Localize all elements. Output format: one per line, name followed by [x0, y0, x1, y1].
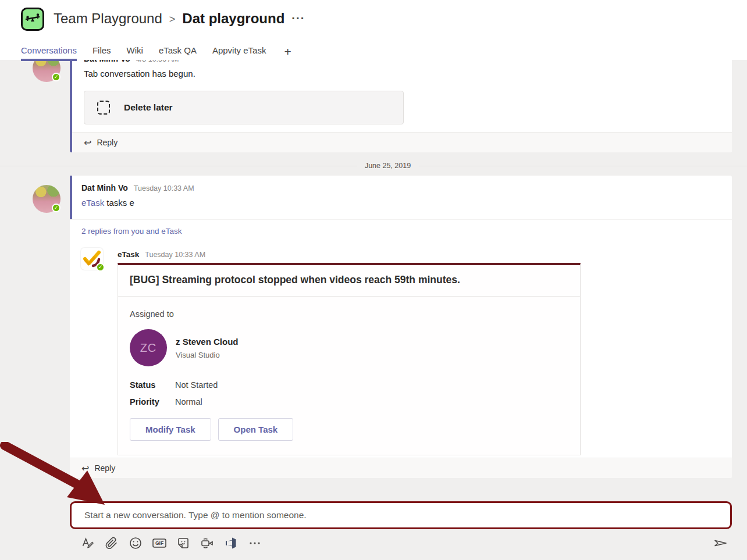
- reply-arrow-icon: ↩: [81, 463, 89, 474]
- presence-available-icon: ✓: [52, 204, 61, 212]
- message-text: tasks e: [104, 198, 134, 208]
- avatar-etask-bot[interactable]: ✓: [81, 248, 103, 270]
- modify-task-button[interactable]: Modify Task: [130, 418, 211, 441]
- replies-summary-link[interactable]: 2 replies from you and eTask: [81, 227, 182, 236]
- priority-label: Priority: [130, 397, 175, 406]
- unread-accent-bar: [70, 176, 72, 219]
- team-avatar[interactable]: [21, 8, 44, 31]
- avatar-dat-minh-vo[interactable]: ✓: [33, 185, 61, 213]
- add-tab-button[interactable]: +: [284, 45, 291, 59]
- etask-bug-card: [BUG] Streaming protocol stopped when vi…: [118, 263, 581, 455]
- format-icon[interactable]: [80, 536, 95, 551]
- sticker-icon[interactable]: [176, 536, 191, 551]
- status-label: Status: [130, 380, 175, 390]
- seesaw-icon: [24, 12, 41, 27]
- thread-separator: [70, 219, 732, 220]
- tab-files[interactable]: Files: [93, 45, 111, 61]
- more-options-icon[interactable]: [247, 536, 262, 551]
- compose-box: [70, 501, 732, 529]
- new-conversation-input[interactable]: [72, 503, 730, 527]
- message-thread-1: Dat Minh Vo 4/8 10:56 AM Tab conversatio…: [70, 51, 732, 152]
- channel-more-menu[interactable]: ···: [291, 12, 305, 25]
- tab-conversations[interactable]: Conversations: [21, 45, 77, 61]
- bot-timestamp: Tuesday 10:33 AM: [145, 251, 205, 259]
- attach-icon[interactable]: [104, 536, 119, 551]
- message-timestamp: Tuesday 10:33 AM: [134, 184, 194, 192]
- dashed-selection-icon: [97, 101, 110, 115]
- presence-available-icon: ✓: [96, 263, 105, 272]
- status-field: Status Not Started: [130, 380, 568, 390]
- attachment-label: Delete later: [124, 102, 173, 113]
- divider-line: [419, 166, 747, 166]
- svg-text:GIF: GIF: [155, 540, 163, 546]
- breadcrumb-separator: >: [169, 13, 176, 26]
- bot-author: eTask: [118, 250, 139, 259]
- reply-button[interactable]: ↩ Reply: [70, 458, 732, 478]
- priority-value: Normal: [175, 397, 202, 406]
- presence-available-icon: ✓: [52, 73, 61, 81]
- assignee-row: ZC z Steven Cloud Visual Studio: [130, 329, 568, 366]
- azure-devops-icon[interactable]: [223, 536, 239, 551]
- meet-now-icon[interactable]: [200, 536, 215, 551]
- assignee-name: z Steven Cloud: [176, 337, 239, 347]
- assigned-to-label: Assigned to: [130, 309, 568, 319]
- mention-link[interactable]: eTask: [81, 198, 104, 208]
- emoji-icon[interactable]: [128, 536, 143, 551]
- team-name[interactable]: Team Playground: [54, 10, 162, 27]
- channel-tabbar: Conversations Files Wiki eTask QA Appvit…: [21, 45, 291, 61]
- task-title: [BUG] Streaming protocol stopped when vi…: [118, 265, 580, 297]
- channel-name[interactable]: Dat playground: [182, 10, 284, 27]
- status-value: Not Started: [175, 380, 218, 390]
- divider-line: [0, 166, 357, 166]
- message-author: Dat Minh Vo: [81, 183, 128, 192]
- date-divider: June 25, 2019: [0, 161, 747, 170]
- gif-icon[interactable]: GIF: [152, 536, 167, 551]
- breadcrumb: Team Playground > Dat playground ···: [54, 10, 305, 27]
- priority-field: Priority Normal: [130, 397, 568, 406]
- teams-channel-view: ✓ Dat Minh Vo 4/8 10:56 AM Tab conversat…: [0, 0, 747, 560]
- message-thread-2: Dat Minh Vo Tuesday 10:33 AM eTask tasks…: [70, 176, 732, 478]
- reply-arrow-icon: ↩: [84, 137, 91, 148]
- tab-etask-qa[interactable]: eTask QA: [159, 45, 197, 61]
- open-task-button[interactable]: Open Task: [218, 418, 294, 441]
- assignee-source: Visual Studio: [176, 351, 239, 359]
- send-icon[interactable]: [712, 536, 728, 551]
- tab-appvity-etask[interactable]: Appvity eTask: [212, 45, 266, 61]
- message-text: Tab conversation has begun.: [84, 69, 195, 79]
- tab-wiki[interactable]: Wiki: [127, 45, 143, 61]
- delete-later-attachment[interactable]: Delete later: [84, 91, 404, 124]
- channel-header: Team Playground > Dat playground ··· Con…: [0, 0, 747, 60]
- date-divider-label: June 25, 2019: [357, 162, 419, 170]
- assignee-avatar: ZC: [130, 329, 167, 366]
- reply-button[interactable]: ↩ Reply: [72, 132, 732, 152]
- compose-toolbar: GIF: [80, 536, 262, 551]
